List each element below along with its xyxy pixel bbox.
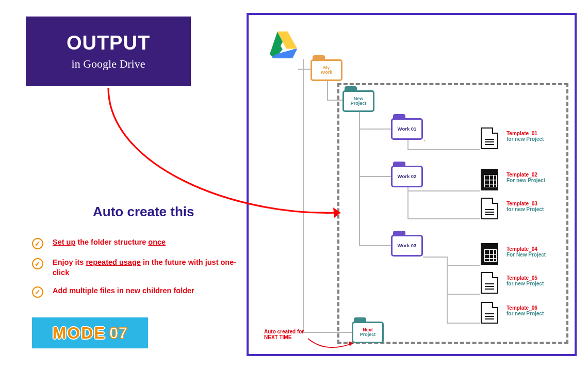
svg-marker-5 — [349, 341, 353, 346]
check-icon: ✓ — [32, 258, 43, 269]
bullet-3: ✓ Add multiple files in new children fol… — [32, 286, 238, 298]
title-line-1: OUTPUT — [67, 32, 150, 54]
svg-marker-6 — [333, 207, 340, 218]
connector — [359, 176, 391, 177]
title-line-2: in Google Drive — [72, 57, 145, 71]
connector — [447, 294, 480, 295]
folder-work-02: Work 02 — [391, 162, 423, 187]
bullet-3-text: Add multiple files in new children folde… — [53, 286, 194, 296]
folder-root: MyWork — [311, 55, 342, 81]
file-icon — [481, 198, 498, 219]
mode-badge: MODE 07 — [32, 317, 148, 348]
template-label-6: Template_06for new Project — [507, 305, 544, 316]
connector — [359, 129, 391, 130]
arrow-next-time — [305, 336, 357, 354]
template-label-5: Template_05for new Project — [507, 275, 544, 286]
file-icon — [481, 127, 498, 149]
connector — [447, 265, 480, 266]
folder-work-03: Work 03 — [391, 231, 423, 257]
file-icon — [481, 302, 498, 324]
file-icon — [481, 243, 498, 265]
connector — [447, 323, 480, 324]
file-icon — [481, 272, 498, 294]
connector — [407, 187, 409, 218]
connector — [407, 190, 480, 191]
check-icon: ✓ — [32, 286, 43, 298]
template-label-1: Template_01for new Project — [507, 131, 544, 142]
file-icon — [481, 169, 498, 190]
arrow-auto-create — [103, 83, 351, 232]
check-icon: ✓ — [32, 238, 43, 249]
connector — [407, 140, 409, 150]
template-label-4: Template_04For New Project — [507, 246, 546, 258]
title-box: OUTPUT in Google Drive — [26, 17, 191, 86]
mode-word: MODE — [53, 324, 106, 343]
template-label-2: Template_02For new Project — [507, 172, 545, 183]
connector — [447, 257, 448, 324]
bullet-2-text: Enjoy its repeated usage in the future w… — [53, 258, 238, 278]
bullet-1: ✓ Set up the folder structure once — [32, 237, 238, 249]
connector — [407, 218, 480, 219]
folder-work-01: Work 01 — [391, 114, 423, 140]
connector — [407, 149, 480, 150]
bullet-1-text: Set up the folder structure once — [53, 237, 166, 248]
google-drive-icon — [267, 31, 298, 58]
connector — [303, 332, 352, 333]
bullet-2: ✓ Enjoy its repeated usage in the future… — [32, 258, 238, 278]
next-time-note: Auto created for NEXT TIME — [264, 329, 304, 340]
bullet-list: ✓ Set up the folder structure once ✓ Enj… — [32, 237, 238, 306]
connector — [424, 140, 425, 141]
template-label-3: Template_03for new Project — [507, 201, 544, 212]
connector — [423, 257, 448, 258]
connector — [359, 112, 360, 246]
connector — [359, 245, 391, 246]
mode-number: 07 — [109, 324, 128, 343]
connector — [298, 69, 311, 70]
